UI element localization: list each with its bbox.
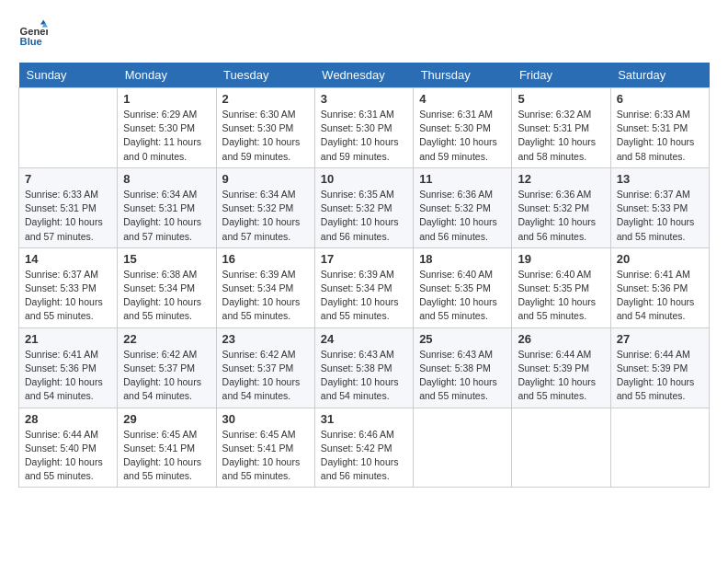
day-info: Sunrise: 6:34 AMSunset: 5:31 PMDaylight:…: [123, 188, 210, 244]
calendar-cell: 4Sunrise: 6:31 AMSunset: 5:30 PMDaylight…: [414, 88, 512, 168]
day-number: 28: [25, 412, 111, 426]
calendar-cell: 12Sunrise: 6:36 AMSunset: 5:32 PMDayligh…: [512, 167, 610, 247]
calendar-cell: 24Sunrise: 6:43 AMSunset: 5:38 PMDayligh…: [314, 327, 413, 408]
calendar-cell: 21Sunrise: 6:41 AMSunset: 5:36 PMDayligh…: [19, 327, 118, 408]
day-info: Sunrise: 6:36 AMSunset: 5:32 PMDaylight:…: [419, 188, 506, 244]
calendar-cell: [414, 408, 512, 488]
day-number: 23: [222, 332, 309, 346]
day-number: 1: [123, 92, 210, 106]
day-info: Sunrise: 6:30 AMSunset: 5:30 PMDaylight:…: [222, 108, 309, 164]
day-info: Sunrise: 6:36 AMSunset: 5:32 PMDaylight:…: [518, 188, 604, 244]
day-info: Sunrise: 6:32 AMSunset: 5:31 PMDaylight:…: [518, 108, 604, 164]
day-info: Sunrise: 6:31 AMSunset: 5:30 PMDaylight:…: [321, 108, 407, 164]
calendar-cell: 6Sunrise: 6:33 AMSunset: 5:31 PMDaylight…: [610, 88, 709, 168]
calendar-cell: [610, 408, 709, 488]
day-number: 8: [123, 172, 210, 186]
day-info: Sunrise: 6:41 AMSunset: 5:36 PMDaylight:…: [25, 348, 111, 404]
calendar-table: SundayMondayTuesdayWednesdayThursdayFrid…: [18, 63, 710, 488]
calendar-week-2: 7Sunrise: 6:33 AMSunset: 5:31 PMDaylight…: [19, 167, 710, 247]
weekday-tuesday: Tuesday: [216, 63, 314, 88]
day-number: 19: [518, 252, 604, 266]
day-number: 4: [419, 92, 506, 106]
logo: General Blue: [18, 18, 51, 48]
calendar-body: 1Sunrise: 6:29 AMSunset: 5:30 PMDaylight…: [19, 88, 710, 488]
day-info: Sunrise: 6:42 AMSunset: 5:37 PMDaylight:…: [123, 348, 210, 404]
calendar-cell: 1Sunrise: 6:29 AMSunset: 5:30 PMDaylight…: [118, 88, 216, 168]
day-info: Sunrise: 6:33 AMSunset: 5:31 PMDaylight:…: [25, 188, 111, 244]
calendar-cell: 10Sunrise: 6:35 AMSunset: 5:32 PMDayligh…: [314, 167, 413, 247]
day-info: Sunrise: 6:34 AMSunset: 5:32 PMDaylight:…: [222, 188, 309, 244]
day-info: Sunrise: 6:42 AMSunset: 5:37 PMDaylight:…: [222, 348, 309, 404]
day-info: Sunrise: 6:41 AMSunset: 5:36 PMDaylight:…: [617, 268, 703, 324]
day-info: Sunrise: 6:40 AMSunset: 5:35 PMDaylight:…: [419, 268, 506, 324]
weekday-sunday: Sunday: [19, 63, 118, 88]
day-info: Sunrise: 6:33 AMSunset: 5:31 PMDaylight:…: [617, 108, 703, 164]
calendar-cell: 5Sunrise: 6:32 AMSunset: 5:31 PMDaylight…: [512, 88, 610, 168]
weekday-header-row: SundayMondayTuesdayWednesdayThursdayFrid…: [19, 63, 710, 88]
day-info: Sunrise: 6:39 AMSunset: 5:34 PMDaylight:…: [222, 268, 309, 324]
calendar-cell: 19Sunrise: 6:40 AMSunset: 5:35 PMDayligh…: [512, 247, 610, 327]
calendar-cell: 25Sunrise: 6:43 AMSunset: 5:38 PMDayligh…: [414, 327, 512, 408]
day-number: 14: [25, 252, 111, 266]
day-number: 31: [321, 412, 407, 426]
logo-icon: General Blue: [18, 18, 48, 48]
calendar-cell: 11Sunrise: 6:36 AMSunset: 5:32 PMDayligh…: [414, 167, 512, 247]
svg-text:Blue: Blue: [20, 36, 42, 47]
day-info: Sunrise: 6:37 AMSunset: 5:33 PMDaylight:…: [25, 268, 111, 324]
calendar-cell: 16Sunrise: 6:39 AMSunset: 5:34 PMDayligh…: [216, 247, 314, 327]
day-number: 2: [222, 92, 309, 106]
calendar-cell: 18Sunrise: 6:40 AMSunset: 5:35 PMDayligh…: [414, 247, 512, 327]
calendar-cell: 17Sunrise: 6:39 AMSunset: 5:34 PMDayligh…: [314, 247, 413, 327]
day-number: 7: [25, 172, 111, 186]
svg-marker-2: [40, 20, 46, 25]
day-info: Sunrise: 6:44 AMSunset: 5:39 PMDaylight:…: [518, 348, 604, 404]
calendar-cell: [19, 88, 118, 168]
day-number: 26: [518, 332, 604, 346]
day-number: 27: [617, 332, 703, 346]
calendar-cell: 30Sunrise: 6:45 AMSunset: 5:41 PMDayligh…: [216, 408, 314, 488]
calendar-cell: 2Sunrise: 6:30 AMSunset: 5:30 PMDaylight…: [216, 88, 314, 168]
day-number: 29: [123, 412, 210, 426]
weekday-friday: Friday: [512, 63, 610, 88]
day-number: 18: [419, 252, 506, 266]
calendar-cell: 31Sunrise: 6:46 AMSunset: 5:42 PMDayligh…: [314, 408, 413, 488]
weekday-saturday: Saturday: [610, 63, 709, 88]
day-number: 5: [518, 92, 604, 106]
calendar-cell: 27Sunrise: 6:44 AMSunset: 5:39 PMDayligh…: [610, 327, 709, 408]
calendar-cell: 28Sunrise: 6:44 AMSunset: 5:40 PMDayligh…: [19, 408, 118, 488]
calendar-cell: [512, 408, 610, 488]
day-number: 25: [419, 332, 506, 346]
day-info: Sunrise: 6:44 AMSunset: 5:39 PMDaylight:…: [617, 348, 703, 404]
calendar-cell: 14Sunrise: 6:37 AMSunset: 5:33 PMDayligh…: [19, 247, 118, 327]
calendar-cell: 15Sunrise: 6:38 AMSunset: 5:34 PMDayligh…: [118, 247, 216, 327]
day-info: Sunrise: 6:45 AMSunset: 5:41 PMDaylight:…: [222, 428, 309, 484]
weekday-wednesday: Wednesday: [314, 63, 413, 88]
day-info: Sunrise: 6:38 AMSunset: 5:34 PMDaylight:…: [123, 268, 210, 324]
calendar-cell: 3Sunrise: 6:31 AMSunset: 5:30 PMDaylight…: [314, 88, 413, 168]
day-info: Sunrise: 6:37 AMSunset: 5:33 PMDaylight:…: [617, 188, 703, 244]
day-info: Sunrise: 6:29 AMSunset: 5:30 PMDaylight:…: [123, 108, 210, 164]
day-info: Sunrise: 6:44 AMSunset: 5:40 PMDaylight:…: [25, 428, 111, 484]
day-number: 24: [321, 332, 407, 346]
day-info: Sunrise: 6:46 AMSunset: 5:42 PMDaylight:…: [321, 428, 407, 484]
calendar-cell: 23Sunrise: 6:42 AMSunset: 5:37 PMDayligh…: [216, 327, 314, 408]
calendar-week-5: 28Sunrise: 6:44 AMSunset: 5:40 PMDayligh…: [19, 408, 710, 488]
day-number: 22: [123, 332, 210, 346]
calendar-cell: 26Sunrise: 6:44 AMSunset: 5:39 PMDayligh…: [512, 327, 610, 408]
calendar-week-4: 21Sunrise: 6:41 AMSunset: 5:36 PMDayligh…: [19, 327, 710, 408]
day-info: Sunrise: 6:43 AMSunset: 5:38 PMDaylight:…: [321, 348, 407, 404]
calendar-cell: 9Sunrise: 6:34 AMSunset: 5:32 PMDaylight…: [216, 167, 314, 247]
day-number: 30: [222, 412, 309, 426]
calendar-cell: 20Sunrise: 6:41 AMSunset: 5:36 PMDayligh…: [610, 247, 709, 327]
weekday-monday: Monday: [118, 63, 216, 88]
day-number: 11: [419, 172, 506, 186]
day-number: 20: [617, 252, 703, 266]
day-info: Sunrise: 6:40 AMSunset: 5:35 PMDaylight:…: [518, 268, 604, 324]
calendar-cell: 8Sunrise: 6:34 AMSunset: 5:31 PMDaylight…: [118, 167, 216, 247]
day-number: 16: [222, 252, 309, 266]
calendar-week-3: 14Sunrise: 6:37 AMSunset: 5:33 PMDayligh…: [19, 247, 710, 327]
day-info: Sunrise: 6:43 AMSunset: 5:38 PMDaylight:…: [419, 348, 506, 404]
day-number: 12: [518, 172, 604, 186]
day-number: 10: [321, 172, 407, 186]
weekday-thursday: Thursday: [414, 63, 512, 88]
